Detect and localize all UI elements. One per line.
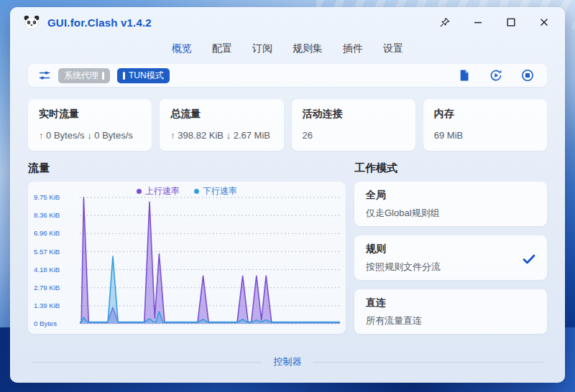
mode-card-global[interactable]: 全局 仅走Global规则组: [354, 182, 547, 226]
svg-text:4.18 KiB: 4.18 KiB: [34, 266, 60, 274]
legend-item-download[interactable]: 下行速率: [194, 185, 237, 197]
restart-icon[interactable]: [489, 69, 502, 82]
minimize-icon[interactable]: [472, 16, 484, 29]
stat-title: 总流量: [170, 108, 272, 121]
stat-title: 内存: [434, 108, 536, 121]
mode-card-direct[interactable]: 直连 所有流量直连: [354, 289, 547, 334]
svg-text:2.79 KiB: 2.79 KiB: [34, 284, 60, 291]
stat-value: 69 MiB: [434, 130, 536, 141]
tab-overview[interactable]: 概览: [172, 42, 192, 55]
system-proxy-label: 系统代理: [64, 70, 98, 82]
svg-text:8.36 KiB: 8.36 KiB: [34, 211, 60, 219]
stat-card-total-traffic: 总流量 ↑ 398.82 KiB ↓ 2.67 MiB: [160, 99, 283, 151]
maximize-icon[interactable]: [505, 16, 518, 29]
stat-value: ↑ 0 Bytes/s ↓ 0 Bytes/s: [39, 130, 141, 141]
toggle-bar-icon: [123, 72, 125, 80]
tun-mode-toggle[interactable]: TUN模式: [117, 68, 170, 83]
mode-card-rule[interactable]: 规则 按照规则文件分流: [354, 235, 547, 280]
tab-subscriptions[interactable]: 订阅: [252, 42, 272, 55]
tab-rulesets[interactable]: 规则集: [293, 42, 323, 55]
stat-card-active-connections: 活动连接 26: [292, 99, 415, 151]
pin-icon[interactable]: [438, 16, 451, 29]
app-window: GUI.for.Clash v1.4.2 概览 配置 订阅 规则集 插件: [10, 7, 565, 383]
footer-divider-left: [32, 362, 262, 363]
footer: 控制器: [32, 355, 543, 368]
traffic-section-title: 流量: [28, 162, 346, 174]
sliders-icon[interactable]: [38, 69, 51, 82]
upload-legend-dot-icon: [137, 189, 142, 194]
footer-divider-right: [313, 362, 544, 363]
panda-app-icon: [23, 14, 40, 30]
tab-settings[interactable]: 设置: [383, 42, 403, 55]
mode-desc: 所有流量直连: [366, 314, 535, 327]
check-icon: [523, 254, 535, 264]
stat-card-memory: 内存 69 MiB: [423, 99, 547, 151]
svg-text:6.96 KiB: 6.96 KiB: [34, 229, 60, 237]
legend-item-upload[interactable]: 上行速率: [137, 185, 180, 197]
toolbar: 系统代理 TUN模式: [28, 64, 547, 87]
stat-value: 26: [303, 130, 405, 141]
toggle-bar-icon: [102, 72, 104, 80]
nav-tabs: 概览 配置 订阅 规则集 插件 设置: [10, 39, 565, 59]
window-controls: [438, 16, 551, 29]
app-title: GUI.for.Clash v1.4.2: [47, 17, 152, 29]
legend-label: 上行速率: [145, 185, 180, 197]
toolbar-right-icons: [458, 69, 534, 82]
svg-text:0 Bytes: 0 Bytes: [34, 319, 57, 327]
tab-profiles[interactable]: 配置: [212, 42, 232, 55]
mode-title: 全局: [366, 189, 535, 202]
tun-mode-label: TUN模式: [129, 70, 164, 82]
mode-title: 直连: [366, 297, 535, 309]
tab-plugins[interactable]: 插件: [343, 42, 363, 55]
stat-card-realtime-traffic: 实时流量 ↑ 0 Bytes/s ↓ 0 Bytes/s: [28, 99, 152, 151]
document-icon[interactable]: [458, 69, 471, 82]
traffic-chart-card: 上行速率 下行速率 9.75 KiB8.36 KiB6.96 KiB5.57 K…: [28, 182, 346, 334]
mode-desc: 仅走Global规则组: [366, 207, 535, 220]
stat-title: 实时流量: [39, 108, 141, 121]
close-icon[interactable]: [538, 16, 551, 29]
stats-row: 实时流量 ↑ 0 Bytes/s ↓ 0 Bytes/s 总流量 ↑ 398.8…: [28, 99, 547, 151]
svg-text:5.57 KiB: 5.57 KiB: [34, 248, 60, 256]
chart-legend: 上行速率 下行速率: [28, 185, 346, 197]
legend-label: 下行速率: [203, 185, 237, 197]
main-content: 流量 上行速率 下行速率 9.75 KiB8.36 KiB6.96 KiB5.5…: [28, 162, 547, 343]
system-proxy-toggle[interactable]: 系统代理: [58, 68, 110, 83]
svg-text:1.39 KiB: 1.39 KiB: [34, 302, 60, 309]
download-legend-dot-icon: [194, 189, 199, 194]
stat-value: ↑ 398.82 KiB ↓ 2.67 MiB: [170, 130, 272, 141]
mode-desc: 按照规则文件分流: [366, 261, 535, 274]
mode-title: 规则: [366, 243, 535, 256]
stop-icon[interactable]: [521, 69, 534, 82]
stat-title: 活动连接: [303, 108, 405, 121]
controller-link[interactable]: 控制器: [274, 355, 302, 368]
traffic-chart-svg: 9.75 KiB8.36 KiB6.96 KiB5.57 KiB4.18 KiB…: [28, 182, 346, 334]
titlebar: GUI.for.Clash v1.4.2: [10, 7, 565, 37]
work-mode-section-title: 工作模式: [354, 162, 547, 174]
